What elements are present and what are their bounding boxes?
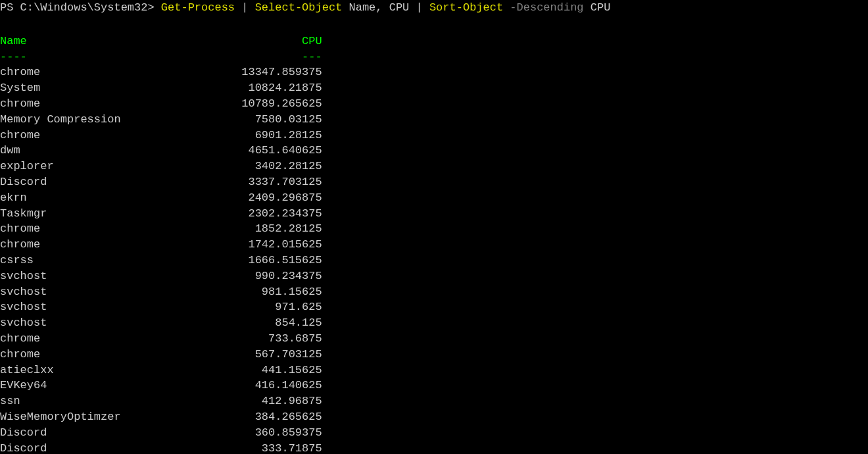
prompt-line: PS C:\Windows\System32> Get-Process | Se…: [0, 0, 868, 18]
process-name: ekrn: [0, 190, 241, 206]
table-header: NameCPU: [0, 34, 868, 49]
table-row: chrome733.6875: [0, 331, 868, 347]
process-name: svchost: [0, 268, 241, 284]
process-cpu: 981.15625: [241, 284, 322, 300]
process-name: svchost: [0, 284, 241, 300]
table-row: svchost990.234375: [0, 268, 868, 284]
process-name: svchost: [0, 299, 241, 315]
blank-row: [0, 18, 868, 34]
process-name: chrome: [0, 347, 241, 363]
process-cpu: 3402.28125: [241, 159, 322, 174]
table-row: System10824.21875: [0, 80, 868, 96]
process-cpu: 412.96875: [241, 393, 322, 409]
process-cpu: 971.625: [241, 299, 322, 315]
process-cpu: 733.6875: [241, 331, 322, 347]
process-cpu: 416.140625: [241, 378, 322, 393]
process-name: ssn: [0, 393, 241, 409]
process-cpu: 2302.234375: [241, 206, 322, 222]
process-name: chrome: [0, 64, 241, 80]
process-cpu: 333.71875: [241, 441, 322, 454]
process-cpu: 13347.859375: [241, 64, 322, 80]
process-cpu: 1742.015625: [241, 237, 322, 253]
table-row: Discord3337.703125: [0, 174, 868, 190]
table-row: EVKey64416.140625: [0, 378, 868, 393]
process-cpu: 360.859375: [241, 425, 322, 441]
table-row: chrome6901.28125: [0, 128, 868, 143]
table-row: WiseMemoryOptimzer384.265625: [0, 409, 868, 425]
table-row: svchost981.15625: [0, 284, 868, 300]
process-cpu: 1666.515625: [241, 253, 322, 268]
table-row: Discord360.859375: [0, 425, 868, 441]
divider-name: ----: [0, 49, 241, 65]
table-row: Taskmgr2302.234375: [0, 206, 868, 222]
process-cpu: 7580.03125: [241, 112, 322, 128]
process-cpu: 3337.703125: [241, 174, 322, 190]
process-name: atieclxx: [0, 363, 241, 378]
process-name: chrome: [0, 237, 241, 253]
switch-descending: -Descending: [503, 1, 591, 14]
process-name: explorer: [0, 159, 241, 174]
table-body: chrome13347.859375System10824.21875chrom…: [0, 64, 868, 454]
process-name: Discord: [0, 441, 241, 454]
header-cpu: CPU: [241, 34, 322, 49]
process-name: dwm: [0, 143, 241, 159]
table-row: svchost854.125: [0, 315, 868, 331]
table-row: Discord333.71875: [0, 441, 868, 454]
process-name: Taskmgr: [0, 206, 241, 222]
process-name: EVKey64: [0, 378, 241, 393]
table-row: chrome13347.859375: [0, 64, 868, 80]
divider-cpu: ---: [241, 49, 322, 65]
process-name: System: [0, 80, 241, 96]
prompt-prefix: PS C:\Windows\System32>: [0, 1, 161, 14]
process-cpu: 567.703125: [241, 347, 322, 363]
process-name: Discord: [0, 174, 241, 190]
table-row: svchost971.625: [0, 299, 868, 315]
pipe-2: |: [416, 1, 429, 14]
table-row: chrome1852.28125: [0, 221, 868, 237]
cmdlet-get-process: Get-Process: [161, 1, 235, 14]
process-name: chrome: [0, 96, 241, 112]
process-cpu: 990.234375: [241, 268, 322, 284]
arg-cpu: CPU: [591, 1, 611, 14]
pipe-1: |: [235, 1, 255, 14]
table-row: atieclxx441.15625: [0, 363, 868, 378]
process-name: svchost: [0, 315, 241, 331]
process-name: chrome: [0, 221, 241, 237]
process-cpu: 1852.28125: [241, 221, 322, 237]
process-cpu: 384.265625: [241, 409, 322, 425]
cmdlet-select-object: Select-Object: [255, 1, 343, 14]
process-name: Memory Compression: [0, 112, 241, 128]
table-row: ekrn2409.296875: [0, 190, 868, 206]
table-divider: -------: [0, 49, 868, 65]
process-cpu: 441.15625: [241, 363, 322, 378]
process-cpu: 854.125: [241, 315, 322, 331]
header-name: Name: [0, 34, 241, 49]
process-cpu: 10824.21875: [241, 80, 322, 96]
table-row: dwm4651.640625: [0, 143, 868, 159]
process-name: csrss: [0, 253, 241, 268]
cmdlet-sort-object: Sort-Object: [429, 1, 503, 14]
table-row: Memory Compression7580.03125: [0, 112, 868, 128]
process-name: WiseMemoryOptimzer: [0, 409, 241, 425]
args-select: Name, CPU: [342, 1, 416, 14]
powershell-terminal[interactable]: PS C:\Windows\System32> Get-Process | Se…: [0, 0, 868, 454]
process-cpu: 6901.28125: [241, 128, 322, 143]
process-cpu: 4651.640625: [241, 143, 322, 159]
process-cpu: 10789.265625: [241, 96, 322, 112]
process-name: chrome: [0, 331, 241, 347]
process-name: chrome: [0, 128, 241, 143]
process-cpu: 2409.296875: [241, 190, 322, 206]
table-row: explorer3402.28125: [0, 159, 868, 174]
table-row: chrome567.703125: [0, 347, 868, 363]
table-row: chrome10789.265625: [0, 96, 868, 112]
process-name: Discord: [0, 425, 241, 441]
table-row: chrome1742.015625: [0, 237, 868, 253]
table-row: ssn412.96875: [0, 393, 868, 409]
table-row: csrss1666.515625: [0, 253, 868, 268]
